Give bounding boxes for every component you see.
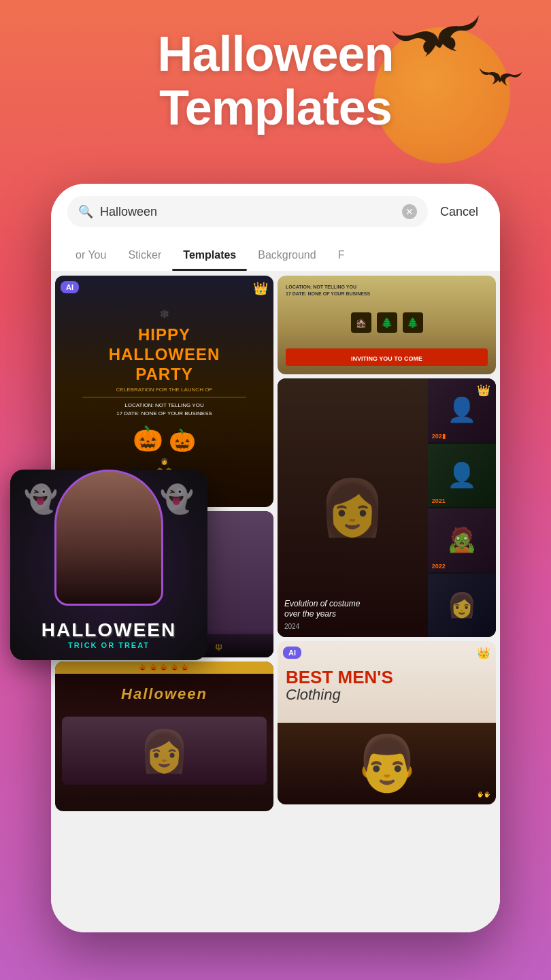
- cancel-button[interactable]: Cancel: [435, 205, 484, 219]
- badge-ai: AI: [61, 281, 79, 293]
- title-line1: Halloween: [157, 27, 393, 81]
- mens-title: BEST MEN'S: [286, 668, 488, 686]
- clear-button[interactable]: ✕: [402, 204, 417, 219]
- tab-background[interactable]: Background: [247, 240, 327, 271]
- phone-mockup: 🔍 Halloween ✕ Cancel or You Sticker Temp…: [51, 184, 500, 932]
- card-halloween-bottom[interactable]: 🎃 🎃 🎃 🎃 🎃 Halloween 👩: [55, 662, 273, 811]
- right-column: LOCATION: NOT TELLING YOU17 DATE: NONE O…: [278, 276, 496, 928]
- card-costume-evolution[interactable]: 👑 👩 Evolution of costumeover the years 2…: [278, 378, 496, 637]
- tabs-bar: or You Sticker Templates Background F: [51, 240, 500, 272]
- title-line2: Templates: [159, 80, 392, 135]
- card-mens-clothing[interactable]: AI 👑 BEST MEN'S Clothing 👨 🖐️🖐️: [278, 641, 496, 804]
- halloween-bottom-title: Halloween: [62, 685, 267, 703]
- search-input-wrapper[interactable]: 🔍 Halloween ✕: [67, 196, 428, 227]
- badge-crown: 👑: [253, 281, 268, 296]
- tab-templates[interactable]: Templates: [172, 240, 247, 271]
- tab-sticker[interactable]: Sticker: [117, 240, 172, 271]
- party-title: HIPPYHALLOWEENPARTY: [109, 325, 220, 384]
- badge-crown-2: 👑: [477, 384, 490, 397]
- hero-title: Halloween Templates: [0, 27, 551, 135]
- search-icon: 🔍: [78, 204, 93, 219]
- search-bar: 🔍 Halloween ✕ Cancel: [51, 184, 500, 240]
- tab-for-you[interactable]: or You: [65, 240, 117, 271]
- badge-ai-2: AI: [283, 647, 301, 659]
- card-invitation[interactable]: LOCATION: NOT TELLING YOU17 DATE: NONE O…: [278, 276, 496, 374]
- mens-subtitle: Clothing: [286, 686, 488, 704]
- ghost-icon-right: 👻: [160, 483, 194, 515]
- badge-crown-3: 👑: [477, 647, 490, 659]
- tab-more[interactable]: F: [327, 240, 356, 271]
- ghost-icon-left: 👻: [24, 483, 58, 515]
- sticker-subtitle: TRICK OR TREAT: [68, 641, 150, 649]
- sticker-girl-image: [54, 470, 163, 606]
- sticker-overlay-card[interactable]: 👻 👻 HALLOWEEN TRICK OR TREAT: [10, 470, 207, 660]
- sticker-title: HALLOWEEN: [41, 619, 176, 641]
- search-query: Halloween: [100, 205, 395, 219]
